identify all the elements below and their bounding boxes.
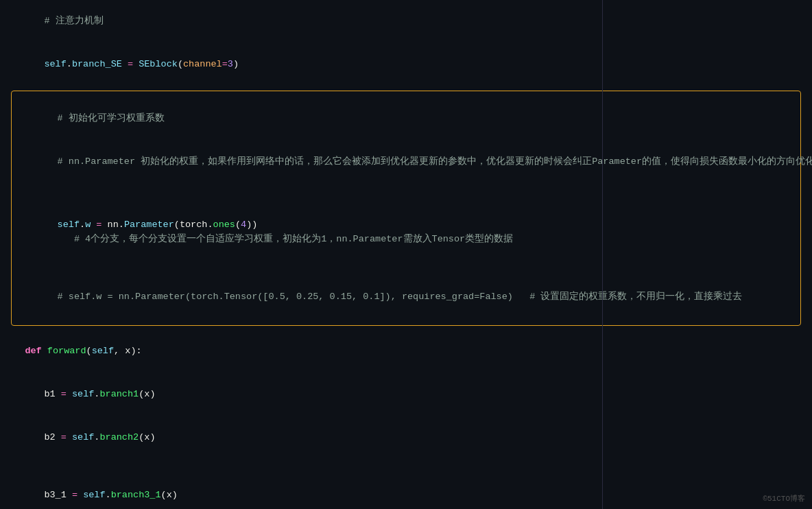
code-line: # nn.Parameter 初始化的权重，如果作用到网络中的话，那么它会被添加… (24, 141, 788, 184)
watermark: ©51CTO博客 (763, 493, 805, 505)
highlight-box-init: # 初始化可学习权重系数 # nn.Parameter 初始化的权重，如果作用到… (11, 91, 801, 327)
keyword-self: self (44, 59, 66, 69)
code-line: b3_1 = self.branch3_1(x) (0, 474, 812, 509)
code-line: b1 = self.branch1(x) (0, 373, 812, 416)
comment-nn-param: # nn.Parameter 初始化的权重，如果作用到网络中的话，那么它会被添加… (58, 156, 812, 167)
comment-attention: # 注意力机制 (44, 16, 103, 26)
code-line: # 初始化可学习权重系数 (24, 98, 788, 141)
code-line-def-forward: def forward(self, x): (0, 330, 812, 373)
code-line: b2 = self.branch2(x) (0, 416, 812, 460)
code-line: self.branch_SE = SEblock(channel=3) (0, 43, 812, 86)
code-line: # 注意力机制 (0, 0, 812, 43)
code-line: # self.w = nn.Parameter(torch.Tensor([0.… (24, 261, 788, 319)
vertical-divider (602, 0, 603, 509)
comment-init: # 初始化可学习权重系数 (58, 113, 165, 123)
code-editor: # 注意力机制 self.branch_SE = SEblock(channel… (0, 0, 812, 509)
code-line: self.w = nn.Parameter(torch.ones(4)) # 4… (24, 189, 788, 261)
blank-line (0, 460, 812, 474)
